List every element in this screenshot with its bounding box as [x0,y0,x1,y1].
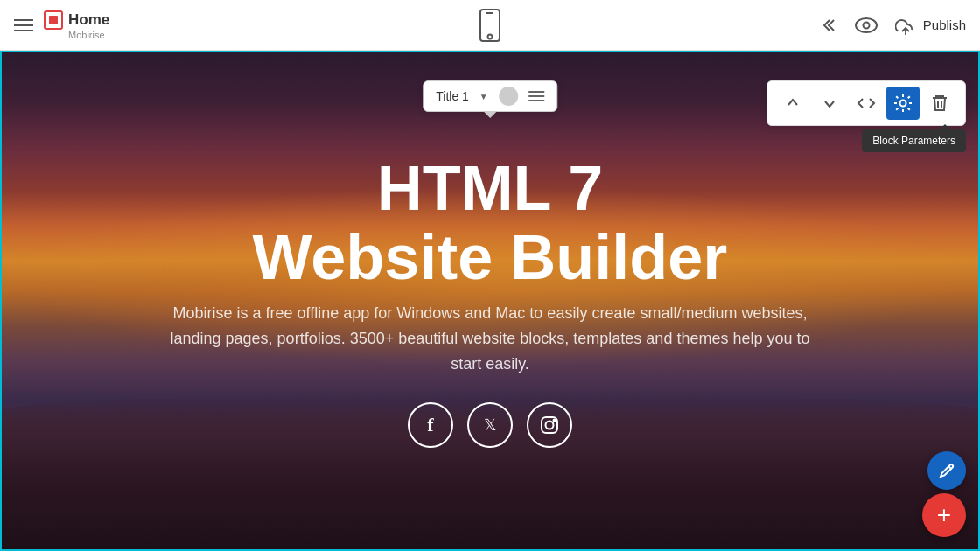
publish-label: Publish [923,17,966,32]
twitter-icon-button[interactable]: 𝕏 [467,402,513,448]
edit-fab-button[interactable] [928,451,966,490]
add-fab-button[interactable]: + [922,493,966,537]
svg-point-8 [900,101,906,107]
back-icon [816,15,837,36]
title-align-button[interactable] [528,91,544,101]
hero-description: Mobirise is a free offline app for Windo… [162,301,818,376]
title-dropdown-label: Title 1 [436,89,469,103]
cloud-upload-icon [895,16,916,35]
svg-point-1 [488,34,493,38]
block-params-tooltip: Block Parameters [862,129,966,152]
topbar-left: Home Mobirise [14,10,109,40]
svg-point-4 [863,22,869,28]
move-up-button[interactable] [776,87,809,120]
trash-icon [932,94,948,112]
svg-line-11 [948,466,951,469]
phone-icon [479,8,501,43]
app-name: Home [68,11,109,29]
svg-point-6 [546,422,554,429]
menu-button[interactable] [14,19,33,31]
back-button[interactable] [816,15,837,36]
twitter-icon: 𝕏 [484,415,497,435]
move-down-icon [822,95,837,111]
hero-title-line1: HTML 7 [377,153,604,223]
instagram-icon [540,415,559,435]
app-subtitle: Mobirise [68,30,109,40]
dropdown-caret-icon: ▼ [480,92,488,101]
social-icons-group: f 𝕏 [408,402,572,448]
move-up-icon [785,95,801,111]
title-visibility-toggle[interactable] [499,87,518,106]
svg-point-3 [856,18,877,32]
hamburger-icon [14,19,33,31]
tooltip-text: Block Parameters [872,135,956,147]
instagram-icon-button[interactable] [527,402,572,448]
eye-icon [855,17,878,33]
svg-point-7 [554,420,556,422]
hero-title-line2: Website Builder [253,222,728,292]
settings-button[interactable] [886,87,920,120]
publish-button[interactable]: Publish [895,16,966,35]
logo-wrap: Home [44,10,109,30]
topbar-right: Publish [816,15,966,36]
code-button[interactable] [850,87,883,120]
block-toolbar [766,80,966,126]
facebook-icon-button[interactable]: f [408,402,453,448]
facebook-icon: f [427,414,433,436]
preview-button[interactable] [855,17,878,33]
logo-icon [44,10,63,30]
mobile-preview-button[interactable] [479,8,501,43]
hero-title: HTML 7 Website Builder [253,154,728,292]
title-dropdown[interactable]: Title 1 ▼ [423,80,557,112]
topbar-center [479,8,501,43]
gear-icon [893,94,913,113]
code-icon [857,95,876,111]
plus-icon: + [937,501,951,529]
main-content: HTML 7 Website Builder Mobirise is a fre… [0,51,980,551]
topbar: Home Mobirise [0,0,980,51]
move-down-button[interactable] [813,87,846,120]
pencil-icon [938,462,956,479]
logo-area: Home Mobirise [44,10,109,40]
svg-rect-0 [480,10,500,41]
delete-button[interactable] [923,87,956,120]
